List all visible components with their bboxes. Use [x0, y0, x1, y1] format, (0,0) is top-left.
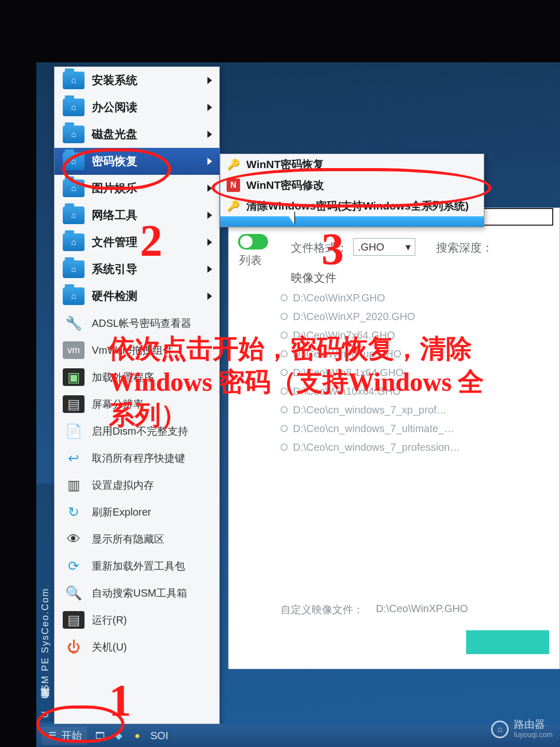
watermark-name: 路由器: [514, 719, 553, 729]
radio-icon: [281, 406, 288, 413]
menu-shutdown[interactable]: ⏻ 关机(U): [54, 633, 219, 660]
menu-label: 办公阅读: [92, 100, 137, 115]
power-icon: ⏻: [63, 638, 85, 656]
radio-icon: [281, 294, 288, 301]
list-item[interactable]: D:\Ceo\WinXP.GHO: [281, 288, 553, 307]
list-toggle[interactable]: [238, 234, 268, 250]
menu-label: 加载外置程序: [92, 370, 154, 384]
brand-strip: U 盘魔术师 USM PE SysCeo.Com: [36, 483, 54, 722]
menu-label: 取消所有程序快捷键: [92, 451, 185, 465]
list-item[interactable]: D:\Ceo\Win8.1x64.GHO: [281, 363, 553, 382]
chevron-right-icon: [207, 158, 212, 165]
refresh-icon: ↻: [63, 503, 85, 521]
menu-label: 显示所有隐藏区: [92, 532, 164, 546]
menu-system-boot[interactable]: ⌂ 系统引导: [54, 256, 219, 283]
file-format-value: .GHO: [358, 241, 384, 253]
radio-icon: [281, 369, 288, 376]
menu-refresh-explorer[interactable]: ↻ 刷新Explorer: [54, 499, 219, 525]
package-icon: ▣: [63, 368, 85, 386]
menu-label: 屏幕分辨率: [92, 397, 144, 411]
folder-icon: ⌂: [63, 126, 85, 143]
taskbar-app-icon[interactable]: ◆: [113, 730, 124, 741]
menu-vmware-drag[interactable]: vm VmWare拖拽组件: [54, 337, 219, 364]
radio-icon: [281, 388, 288, 395]
watermark-logo-icon: ⌂: [491, 721, 509, 738]
menu-adsl-viewer[interactable]: 🔧 ADSL帐号密码查看器: [54, 310, 219, 337]
menu-screen-res[interactable]: ▤ 屏幕分辨率: [54, 391, 219, 418]
file-format-dropdown[interactable]: .GHO ▾: [353, 238, 415, 256]
list-item[interactable]: D:\Ceo\Win764up.GHO: [281, 344, 553, 363]
menu-hardware-detect[interactable]: ⌂ 硬件检测: [54, 283, 219, 310]
nt-icon: N: [227, 178, 240, 192]
submenu-winnt-recover[interactable]: 🔑 WinNT密码恢复: [220, 154, 484, 175]
folder-icon: ⌂: [63, 153, 85, 170]
list-item[interactable]: D:\Ceo\Win10x64.GHO: [281, 382, 553, 400]
menu-label: 安装系统: [92, 73, 137, 88]
folder-icon: ⌂: [63, 233, 85, 251]
folder-icon: ⌂: [63, 72, 85, 89]
submenu-clear-windows-password[interactable]: 🔑 清除Windows密码(支持Windows全系列系统): [220, 196, 484, 216]
menu-disk-cd[interactable]: ⌂ 磁盘光盘: [54, 121, 219, 148]
menu-label: 文件管理: [92, 234, 137, 250]
folder-icon: ⌂: [63, 287, 85, 305]
list-toggle-label: 列表: [239, 253, 262, 268]
menu-label: 图片娱乐: [92, 181, 137, 196]
eye-icon: 👁: [63, 530, 85, 548]
taskbar-app-icon[interactable]: 🗔: [94, 730, 106, 741]
image-file-section-label: 映像文件: [291, 270, 337, 286]
taskbar: ☰ 开始 🗔 ◆ ● SOI: [36, 724, 560, 747]
chip-icon: ▥: [63, 476, 85, 494]
ghost-installer-window: 位置：B:\PETOOLS\Password_Recovery 列表 文件格式：…: [228, 208, 560, 669]
menu-install-system[interactable]: ⌂ 安装系统: [54, 67, 219, 94]
menu-show-hidden[interactable]: 👁 显示所有隐藏区: [54, 525, 219, 552]
submenu-winnt-modify[interactable]: N WinNT密码修改: [220, 175, 484, 196]
list-item[interactable]: D:\Ceo\WinXP_2020.GHO: [281, 307, 553, 326]
menu-cancel-hotkeys[interactable]: ↩ 取消所有程序快捷键: [54, 445, 219, 472]
chevron-right-icon: [207, 293, 212, 300]
menu-image-entertainment[interactable]: ⌂ 图片娱乐: [54, 175, 219, 202]
menu-run[interactable]: ▤ 运行(R): [54, 606, 219, 633]
menu-label: 磁盘光盘: [92, 127, 137, 142]
menu-label: 系统引导: [92, 261, 137, 277]
menu-label: 自动搜索USM工具箱: [92, 586, 187, 600]
start-label: 开始: [61, 729, 82, 743]
list-item[interactable]: D:\Ceo\Win7x64.GHO: [281, 326, 553, 344]
radio-icon: [281, 425, 288, 432]
menu-label: 关机(U): [92, 640, 127, 654]
menu-virtual-memory[interactable]: ▥ 设置虚拟内存: [54, 472, 219, 499]
custom-image-row: 自定义映像文件： D:\Ceo\WinXP.GHO: [281, 603, 553, 617]
start-restore-button[interactable]: [466, 630, 549, 654]
list-item[interactable]: D:\Ceo\cn_windows_7_ultimate_…: [281, 419, 553, 438]
folder-icon: ⌂: [63, 99, 85, 116]
menu-enable-dism[interactable]: 📄 启用Dism不完整支持: [54, 418, 219, 445]
menu-label: 刷新Explorer: [92, 505, 151, 519]
menu-file-manage[interactable]: ⌂ 文件管理: [54, 229, 219, 256]
menu-label: 重新加载外置工具包: [92, 559, 185, 573]
taskbar-extra[interactable]: SOI: [150, 730, 168, 742]
folder-icon: ⌂: [63, 260, 85, 278]
menu-label: 密码恢复: [92, 154, 137, 169]
list-item[interactable]: D:\Ceo\cn_windows_7_profession…: [281, 438, 553, 457]
search-icon: 🔍: [63, 584, 85, 602]
chevron-right-icon: [207, 212, 212, 219]
menu-label: 网络工具: [92, 208, 137, 223]
menu-network-tools[interactable]: ⌂ 网络工具: [54, 202, 219, 229]
taskbar-app-icon[interactable]: ●: [132, 730, 143, 741]
radio-icon: [281, 313, 288, 320]
radio-icon: [281, 350, 288, 357]
chevron-right-icon: [207, 185, 212, 192]
menu-office-read[interactable]: ⌂ 办公阅读: [54, 94, 219, 121]
submenu-hover-highlight: [220, 216, 484, 227]
folder-icon: ⌂: [63, 179, 85, 197]
menu-label: 运行(R): [92, 613, 127, 627]
list-item[interactable]: D:\Ceo\cn_windows_7_xp_prof…: [281, 400, 553, 419]
menu-auto-search-usm[interactable]: 🔍 自动搜索USM工具箱: [54, 579, 219, 606]
menu-reload-tools[interactable]: ⟳ 重新加载外置工具包: [54, 552, 219, 579]
menu-label: 硬件检测: [92, 288, 137, 304]
menu-load-external[interactable]: ▣ 加载外置程序: [54, 364, 219, 391]
chevron-right-icon: [207, 77, 212, 84]
screen-bezel: 位置：B:\PETOOLS\Password_Recovery 列表 文件格式：…: [0, 0, 560, 747]
image-file-list: D:\Ceo\WinXP.GHO D:\Ceo\WinXP_2020.GHO D…: [281, 288, 553, 457]
start-button[interactable]: ☰ 开始: [41, 727, 87, 745]
menu-password-recovery[interactable]: ⌂ 密码恢复: [54, 148, 219, 175]
